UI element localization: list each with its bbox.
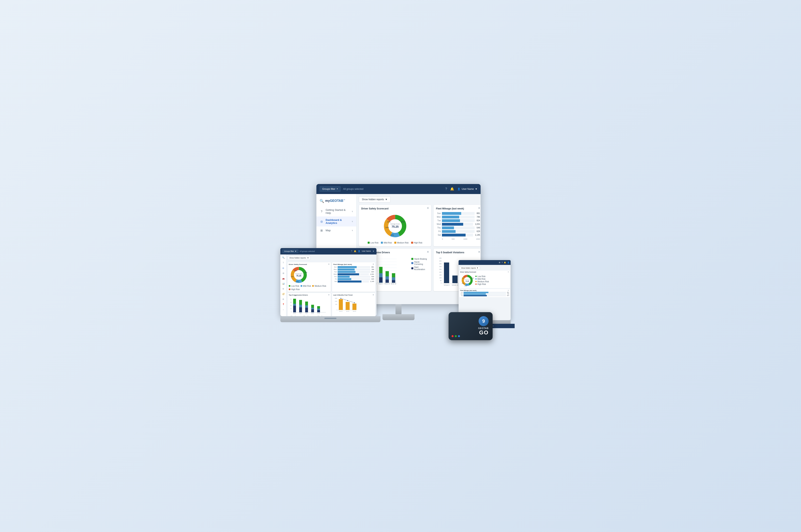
all-groups-label: All groups selected	[343, 188, 443, 190]
laptop-bar-sat: Sat1,145	[333, 281, 374, 283]
gps-indicator-blue	[458, 335, 460, 337]
laptop-sidebar-settings-icon[interactable]: ⚙	[282, 287, 285, 290]
laptop-dashboard-grid: Driver Safety Scorecard ✕ Average Score …	[288, 262, 375, 316]
laptop-high-risk-color	[289, 288, 290, 290]
tablet-user-icon[interactable]: 👤	[507, 262, 510, 264]
tablet-bar-val-tue: 824	[507, 295, 509, 296]
hard-acceleration-color	[411, 267, 413, 269]
tablet-high-risk-color	[475, 284, 477, 285]
svg-rect-121	[317, 310, 320, 312]
laptop-sidebar-arrow-icon[interactable]: ›	[282, 308, 285, 311]
fleet-mileage-bar-chart: Sun 881 Mon	[436, 212, 480, 240]
laptop-fleet-mileage-close-button[interactable]: ✕	[373, 263, 374, 265]
tablet-bar-mon: Mon786	[460, 293, 509, 295]
bar-label-mon: Mon	[436, 216, 441, 218]
tablet-bar-label-tue: Tue	[460, 295, 463, 296]
laptop-bar-wed: Wed1,031	[333, 273, 374, 275]
svg-text:Vehicle 8: Vehicle 8	[444, 284, 450, 286]
svg-text:D 1: D 1	[306, 313, 308, 314]
svg-text:0: 0	[441, 282, 442, 284]
laptop-bar-label-sat: Sat	[333, 281, 337, 282]
tablet-network-icon: ⊞	[499, 262, 500, 264]
help-icon[interactable]: ?	[445, 187, 447, 191]
bar-value-sun: 881	[477, 212, 480, 214]
laptop-bar-track-thu	[338, 276, 370, 278]
chevron-icon: ▼	[337, 188, 338, 190]
svg-text:29%: 29%	[291, 276, 293, 277]
laptop-bar-label-sun: Sun	[333, 266, 337, 268]
laptop-sidebar-chart-icon[interactable]: 📊	[282, 282, 285, 285]
laptop-low-risk-label: Low Risk	[291, 285, 299, 287]
tablet-show-hidden-label: Show hidden reports	[461, 267, 476, 269]
svg-text:Average Score: Average Score	[390, 223, 400, 225]
scene: Groups filter ▼ All groups selected ? 🔔 …	[280, 184, 521, 348]
bar-fill-thu	[442, 226, 454, 229]
bar-track-thu	[442, 226, 475, 229]
laptop-help-icon[interactable]: ?	[351, 250, 352, 252]
laptop-aggressive-close-button[interactable]: ✕	[328, 294, 330, 296]
laptop-mild-risk-label: Mild Risk	[303, 285, 311, 287]
svg-rect-105	[293, 306, 296, 312]
tablet-show-hidden-button[interactable]: Show hidden reports ▼	[459, 266, 480, 270]
laptop-fuel-close-button[interactable]: ✕	[373, 294, 374, 296]
laptop-bell-icon[interactable]: 🔔	[354, 250, 356, 252]
laptop-sidebar-vehicle-icon[interactable]: 🚗	[282, 277, 285, 280]
laptop-sidebar-gear-icon[interactable]: ⚙	[282, 298, 285, 301]
svg-rect-109	[299, 307, 302, 312]
tablet-legend-low-risk: Low Risk	[475, 275, 489, 278]
laptop-app-body: 🔍 ? ◎ ⊞ 🚗 📊 ⚙ 🧭 ⚙ 📍 › Show hidden repo	[280, 254, 377, 316]
map-chevron-icon: ∨	[351, 229, 353, 231]
tablet-bell-icon[interactable]: 🔔	[504, 262, 506, 264]
aggressive-drivers-close-button[interactable]: ✕	[427, 250, 429, 253]
tablet-driver-safety-card: Driver Safety Scorecard ✕ Average Score …	[459, 270, 510, 288]
gps-device: 9 GEOTAB GO	[449, 312, 497, 344]
tablet-fleet-mileage-close-button[interactable]: ✕	[508, 289, 509, 291]
laptop-sidebar-map-icon[interactable]: ⊞	[282, 272, 285, 275]
laptop-sidebar-compass-icon[interactable]: 🧭	[282, 292, 285, 296]
laptop-bar-fill-sun	[338, 266, 357, 268]
laptop-groups-filter-button[interactable]: Groups filter ▼	[282, 249, 298, 253]
x-axis-1500: 1500	[476, 238, 480, 240]
x-axis-1000: 1000	[463, 238, 468, 240]
tablet-help-icon[interactable]: ?	[502, 262, 503, 264]
show-hidden-reports-button[interactable]: Show hidden reports ▼	[359, 196, 390, 203]
sidebar-item-map[interactable]: ⊞ Map ∨	[317, 226, 356, 234]
seatbelt-violations-close-button[interactable]: ✕	[478, 250, 480, 253]
help-circle-icon: ?	[320, 209, 324, 213]
laptop: Groups filter ▼ All groups selected ? 🔔 …	[280, 248, 380, 324]
driver-safety-title: Driver Safety Scorecard	[361, 207, 429, 210]
laptop-user-icon[interactable]: 👤	[358, 250, 360, 252]
tablet-driver-safety-close-button[interactable]: ✕	[508, 271, 509, 273]
tablet-donut-container: Average Score 75.25 43% 14% 29% 14% Low …	[460, 273, 509, 287]
sidebar-item-dashboard[interactable]: ◎ Dashboard & Analytics ∨	[317, 216, 356, 226]
laptop-bar-track-mon	[338, 268, 370, 270]
bell-icon[interactable]: 🔔	[450, 187, 454, 191]
laptop-fuel-title: Last 3 Months Fuel Trend	[333, 294, 374, 296]
laptop-bar-track-sat	[338, 281, 369, 283]
fleet-mileage-close-button[interactable]: ✕	[478, 206, 480, 210]
laptop-show-hidden-button[interactable]: Show hidden reports ▼	[288, 256, 310, 260]
laptop-sidebar-search-icon[interactable]: 🔍	[282, 256, 285, 259]
harsh-braking-color	[411, 258, 413, 260]
user-menu[interactable]: 👤 User Name ▼	[457, 188, 477, 190]
groups-filter-button[interactable]: Groups filter ▼	[320, 186, 341, 192]
sidebar-item-help[interactable]: ? Getting Started & Help ∨	[317, 206, 356, 216]
svg-rect-113	[305, 308, 308, 312]
donut-chart: Average Score 75.25 43% 14% 29% 14%	[381, 212, 409, 240]
svg-point-133	[347, 300, 348, 301]
tablet-fleet-mileage-title: Fleet Mileage (last week)	[460, 290, 509, 291]
laptop-show-hidden-chevron-icon: ▼	[307, 257, 309, 259]
svg-rect-65	[385, 280, 389, 283]
laptop-driver-safety-close-button[interactable]: ✕	[328, 263, 330, 265]
laptop-sidebar-dashboard-icon[interactable]: ◎	[282, 266, 285, 270]
sidebar-dashboard-label: Dashboard & Analytics	[326, 218, 350, 225]
svg-rect-117	[311, 309, 314, 312]
laptop-sidebar-help-icon[interactable]: ?	[282, 261, 285, 265]
laptop-sidebar-pin-icon[interactable]: 📍	[282, 303, 285, 306]
bar-row-thu: Thu 549	[436, 226, 480, 229]
bar-row-sun: Sun 881	[436, 212, 480, 215]
laptop-bar-thu: Thu549	[333, 276, 374, 278]
driver-safety-close-button[interactable]: ✕	[427, 206, 429, 210]
laptop-bar-tue: Tue824	[333, 271, 374, 273]
bar-value-fri: 629	[477, 230, 480, 232]
